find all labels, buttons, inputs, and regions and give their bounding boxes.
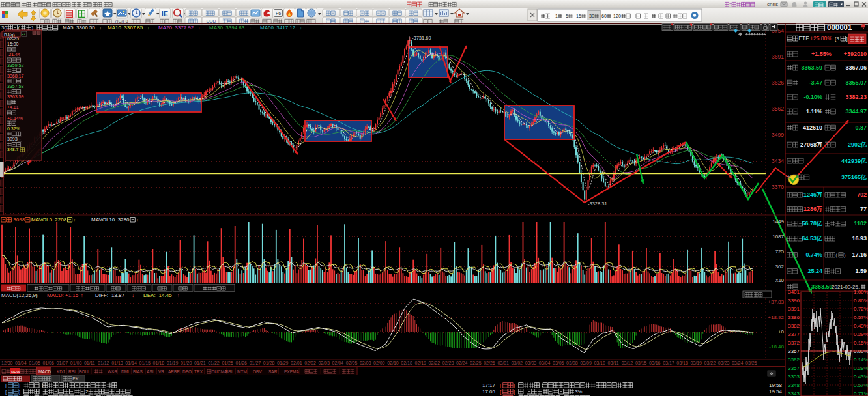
svg-text:03/10: 03/10 [594, 361, 605, 365]
svg-text:01/21: 01/21 [194, 361, 206, 365]
svg-text:56.78亿: 56.78亿 [802, 220, 822, 227]
svg-text:3%: 3% [575, 389, 583, 395]
svg-text:+0: +0 [778, 329, 785, 335]
svg-text:KDJ: KDJ [57, 369, 65, 374]
svg-text:1.11%: 1.11% [806, 108, 822, 115]
svg-text:1449: 1449 [772, 219, 784, 225]
svg-text:64.53亿: 64.53亿 [802, 235, 822, 242]
svg-text:01/28: 01/28 [263, 361, 275, 365]
svg-text:-3.47: -3.47 [809, 79, 822, 86]
svg-text:5: 5 [566, 13, 568, 19]
svg-text:1102: 1102 [854, 220, 867, 227]
svg-text:3367.06: 3367.06 [845, 64, 867, 71]
svg-text:3353: 3353 [788, 374, 800, 380]
svg-text:+4.81: +4.81 [7, 105, 19, 109]
svg-text:0.57%: 0.57% [854, 315, 868, 320]
svg-text:3363.59: 3363.59 [811, 283, 833, 290]
svg-text:0.86%: 0.86% [854, 298, 868, 304]
svg-text:DMI: DMI [121, 369, 129, 374]
svg-text:↓: ↓ [147, 25, 150, 30]
svg-text:03/17: 03/17 [663, 361, 674, 365]
svg-text:+18.92: +18.92 [768, 315, 784, 320]
svg-text:]: ] [514, 389, 515, 395]
svg-text:↓: ↓ [300, 25, 302, 30]
svg-text:3363.59: 3363.59 [801, 64, 822, 71]
svg-text:MA30: 3394.83: MA30: 3394.83 [209, 25, 245, 31]
svg-text:12/30: 12/30 [1, 361, 13, 365]
svg-text:03/04: 03/04 [539, 361, 551, 365]
svg-text:MACD: MACD [38, 369, 51, 374]
svg-text:MA5: 3366.55: MA5: 3366.55 [63, 25, 95, 31]
svg-text:1246万: 1246万 [803, 191, 822, 198]
svg-text:↑: ↑ [81, 293, 83, 298]
svg-text:01/20: 01/20 [181, 361, 192, 365]
svg-text:01/06: 01/06 [42, 361, 54, 365]
svg-text:3372: 3372 [788, 340, 800, 346]
svg-text:X10: X10 [775, 277, 784, 283]
svg-text:=: = [729, 2, 732, 7]
svg-text:1.59: 1.59 [855, 268, 867, 274]
svg-text:725: 725 [775, 249, 785, 255]
svg-text:3691: 3691 [772, 53, 784, 60]
svg-text:0.57%: 0.57% [854, 382, 868, 388]
svg-text:SAR: SAR [268, 369, 278, 374]
svg-text:19:58: 19:58 [769, 382, 783, 388]
svg-text:412610: 412610 [803, 124, 822, 131]
svg-text:02/19: 02/19 [415, 361, 427, 365]
svg-text:03/23: 03/23 [718, 361, 730, 365]
svg-text:01/29: 01/29 [277, 361, 289, 365]
svg-text:3359.52: 3359.52 [7, 63, 23, 68]
svg-text:16.93: 16.93 [852, 235, 867, 242]
svg-text:3355.07: 3355.07 [845, 79, 867, 86]
svg-text:01/27: 01/27 [250, 361, 261, 365]
svg-text:0.72%: 0.72% [854, 306, 868, 312]
svg-text:↓: ↓ [249, 25, 252, 30]
svg-text:MA20: 3377.92: MA20: 3377.92 [158, 25, 194, 31]
svg-text:ASI: ASI [147, 369, 154, 374]
svg-text:17.16: 17.16 [852, 251, 867, 258]
svg-text:3098: 3098 [13, 217, 25, 223]
svg-text:03/09: 03/09 [580, 361, 592, 365]
svg-text:DIFF: -13.87: DIFF: -13.87 [95, 292, 124, 298]
svg-text:RSI: RSI [68, 369, 76, 374]
svg-text:3377: 3377 [788, 332, 800, 337]
svg-text:-18.48: -18.48 [769, 344, 784, 350]
svg-text:0.28%: 0.28% [854, 365, 868, 371]
svg-text:03/18: 03/18 [676, 361, 688, 365]
svg-text:02/26: 02/26 [484, 361, 495, 365]
svg-text:3362: 3362 [788, 357, 800, 363]
svg-text:01/22: 01/22 [208, 361, 220, 365]
svg-text:↑: ↑ [177, 293, 180, 298]
svg-text:3562: 3562 [772, 106, 784, 112]
svg-text:-3328.31: -3328.31 [588, 201, 607, 206]
svg-text:↑: ↑ [74, 218, 76, 222]
svg-text:02/23: 02/23 [442, 361, 454, 365]
svg-text:W&R: W&R [108, 369, 117, 374]
svg-text:02/02: 02/02 [304, 361, 316, 365]
svg-text:PK: PK [72, 376, 79, 381]
svg-text:01/25: 01/25 [222, 361, 233, 365]
svg-text:0.43%: 0.43% [854, 323, 868, 329]
svg-text:]: ] [19, 389, 20, 395]
svg-text:02/09: 02/09 [373, 361, 385, 365]
svg-text:1: 1 [555, 13, 558, 19]
svg-text:02/05: 02/05 [346, 361, 358, 365]
svg-text:chris: chris [767, 1, 778, 7]
svg-text:1286万: 1286万 [803, 206, 822, 212]
svg-text:03/03: 03/03 [525, 361, 537, 365]
svg-text:7IC/F8: 7IC/F8 [115, 19, 128, 23]
svg-text:30: 30 [589, 13, 594, 19]
svg-text:1087: 1087 [772, 234, 784, 240]
svg-text:[3: [3 [835, 36, 839, 42]
svg-text:TRX: TRX [194, 369, 203, 374]
svg-text:25.24: 25.24 [807, 268, 822, 274]
svg-text:03/24: 03/24 [732, 361, 744, 365]
svg-text:01/26: 01/26 [236, 361, 248, 365]
svg-text:2: 2 [85, 389, 89, 395]
svg-text:01/05: 01/05 [29, 361, 40, 365]
svg-text:01/07: 01/07 [57, 361, 68, 365]
svg-text:362: 362 [775, 264, 785, 270]
svg-text:01/14: 01/14 [125, 361, 137, 365]
svg-text:3434: 3434 [772, 158, 784, 164]
svg-text:03/16: 03/16 [649, 361, 661, 365]
